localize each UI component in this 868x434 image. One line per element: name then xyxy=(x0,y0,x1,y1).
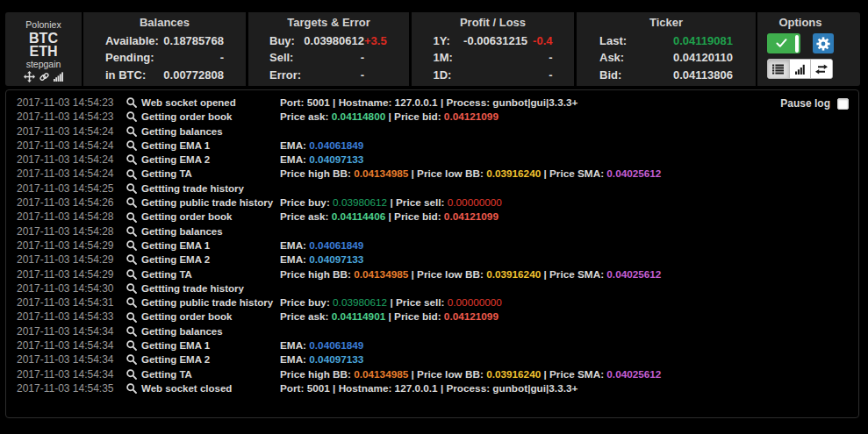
log-row: 2017-11-03 14:54:29 Getting EMA 2 EMA: 0… xyxy=(17,253,858,267)
search-icon[interactable] xyxy=(126,153,138,167)
log-detail: EMA: 0.04061849 xyxy=(280,338,363,352)
log-row: 2017-11-03 14:54:35 Web socket closed Po… xyxy=(17,381,858,395)
last-price: 0.04119081 xyxy=(673,32,733,49)
row-label: 1Y: xyxy=(434,32,450,49)
chart-bars-icon xyxy=(795,64,806,75)
search-icon[interactable] xyxy=(126,196,138,210)
gear-icon xyxy=(816,37,830,51)
row-value: 0.03980612 xyxy=(304,32,364,49)
row-value: - xyxy=(549,49,552,66)
log-message: Getting balances xyxy=(141,224,280,238)
log-timestamp: 2017-11-03 14:54:24 xyxy=(17,167,113,181)
log-timestamp: 2017-11-03 14:54:24 xyxy=(17,125,113,139)
search-icon[interactable] xyxy=(126,181,138,196)
log-message: Getting EMA 2 xyxy=(141,352,280,366)
search-icon[interactable] xyxy=(126,224,138,238)
log-row: 2017-11-03 14:54:24 Getting EMA 2 EMA: 0… xyxy=(17,153,858,167)
log-message: Getting EMA 1 xyxy=(141,238,280,253)
ticker-title: Ticker xyxy=(577,14,756,31)
search-icon[interactable] xyxy=(126,96,138,110)
search-icon[interactable] xyxy=(126,281,138,295)
ticker-row-bid: Bid: 0.04113806 xyxy=(599,67,733,83)
row-value: -0.00631215 xyxy=(463,32,527,49)
profit-row-1m: 1M: - xyxy=(434,49,553,66)
view-switcher xyxy=(767,59,833,79)
signal-bars-icon[interactable] xyxy=(54,72,63,82)
search-icon[interactable] xyxy=(126,238,138,253)
log-message: Web socket opened xyxy=(141,96,280,110)
log-message: Getting order book xyxy=(141,210,280,224)
log-timestamp: 2017-11-03 14:54:34 xyxy=(17,324,113,338)
chart-view-button[interactable] xyxy=(790,60,812,78)
log-row: 2017-11-03 14:54:33 Getting order book P… xyxy=(17,309,858,324)
pause-log-label: Pause log xyxy=(780,97,830,110)
row-label: Sell: xyxy=(269,49,293,66)
pause-log-control: Pause log xyxy=(780,97,849,110)
row-label: Error: xyxy=(269,67,301,83)
log-row: 2017-11-03 14:54:23 Getting order book P… xyxy=(17,110,858,124)
base-currency: BTC xyxy=(5,32,82,45)
search-icon[interactable] xyxy=(126,338,138,352)
header: Poloniex BTC ETH stepgain Balances Avail… xyxy=(5,12,860,86)
search-icon[interactable] xyxy=(126,253,138,267)
trades-view-button[interactable] xyxy=(811,60,832,78)
row-label: 1M: xyxy=(434,49,453,66)
pair-panel: Poloniex BTC ETH stepgain xyxy=(5,12,82,86)
row-label: Ask: xyxy=(599,49,624,66)
log-detail: Price high BB: 0.04134985 | Price low BB… xyxy=(280,167,661,181)
search-icon[interactable] xyxy=(126,324,138,338)
search-icon[interactable] xyxy=(126,139,138,153)
log-row: 2017-11-03 14:54:26 Getting public trade… xyxy=(17,196,858,210)
search-icon[interactable] xyxy=(126,210,138,224)
move-arrows-icon[interactable] xyxy=(24,71,35,82)
log-message: Getting public trade history xyxy=(141,295,280,309)
list-icon xyxy=(772,64,784,75)
log-timestamp: 2017-11-03 14:54:30 xyxy=(17,281,113,295)
log-detail: EMA: 0.04061849 xyxy=(280,238,363,253)
log-detail: Port: 5001 | Hostname: 127.0.0.1 | Proce… xyxy=(280,381,577,395)
ask-price: 0.04120110 xyxy=(673,49,733,66)
log-timestamp: 2017-11-03 14:54:34 xyxy=(17,352,113,366)
bid-price: 0.04113806 xyxy=(673,67,733,83)
log-row: 2017-11-03 14:54:29 Getting EMA 1 EMA: 0… xyxy=(17,238,858,253)
row-label: Last: xyxy=(599,32,627,49)
exchange-arrows-icon xyxy=(815,64,828,75)
targets-title: Targets & Error xyxy=(248,14,409,31)
pause-log-checkbox[interactable] xyxy=(837,98,849,110)
error-delta xyxy=(364,67,388,83)
row-value: - xyxy=(220,49,224,66)
search-icon[interactable] xyxy=(126,167,138,181)
log-message: Getting EMA 1 xyxy=(141,338,280,352)
row-label: Pending: xyxy=(105,49,154,66)
search-icon[interactable] xyxy=(126,352,138,366)
link-icon[interactable] xyxy=(39,72,49,82)
row-label: Bid: xyxy=(599,67,621,83)
list-view-button[interactable] xyxy=(768,60,790,78)
enabled-toggle[interactable] xyxy=(767,33,800,53)
options-panel: Options xyxy=(757,12,860,86)
row-label: 1D: xyxy=(434,67,452,83)
settings-button[interactable] xyxy=(813,33,834,53)
search-icon[interactable] xyxy=(126,295,138,309)
log-detail: EMA: 0.04061849 xyxy=(280,139,363,153)
row-value: 0.00772808 xyxy=(163,67,224,83)
search-icon[interactable] xyxy=(126,367,138,381)
log-message: Getting balances xyxy=(141,324,280,338)
log-rows: 2017-11-03 14:54:23 Web socket opened Po… xyxy=(6,90,858,395)
targets-row-error: Error: - xyxy=(269,67,388,83)
search-icon[interactable] xyxy=(126,381,138,395)
log-timestamp: 2017-11-03 14:54:24 xyxy=(17,139,113,153)
search-icon[interactable] xyxy=(126,125,138,139)
log-detail: Price high BB: 0.04134985 | Price low BB… xyxy=(280,367,661,381)
log-detail: Price buy: 0.03980612 | Price sell: 0.00… xyxy=(280,196,502,210)
log-detail: Price buy: 0.03980612 | Price sell: 0.00… xyxy=(280,295,502,309)
log-row: 2017-11-03 14:54:34 Getting balances xyxy=(17,324,858,338)
row-value: 0.18785768 xyxy=(163,32,224,49)
targets-row-sell: Sell: - xyxy=(269,49,388,66)
search-icon[interactable] xyxy=(126,110,138,124)
search-icon[interactable] xyxy=(126,267,138,281)
log-row: 2017-11-03 14:54:34 Getting TA Price hig… xyxy=(17,367,858,381)
search-icon[interactable] xyxy=(126,309,138,324)
balances-row-inbtc: in BTC: 0.00772808 xyxy=(105,67,224,83)
log-detail: Price ask: 0.04114406 | Price bid: 0.041… xyxy=(280,210,499,224)
